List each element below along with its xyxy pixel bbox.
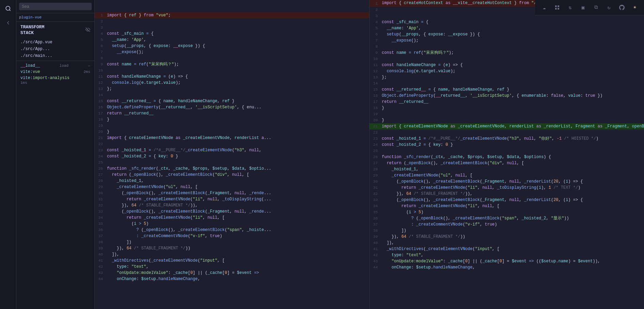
code-line-left-29: 29 _createElementVNode("ul", null, [ [95, 184, 369, 190]
code-line-left-34: 34 return _createElementVNode("li", null… [95, 215, 369, 221]
right-code-content: 1 import { createHotContext as __vite__c… [370, 0, 644, 271]
code-line-right-4: 4 const _sfc_main = { [370, 19, 644, 25]
plugin-import-analysis-header: vite:import-analysis [20, 76, 90, 80]
transform-file-app[interactable]: ./src/App.vue [16, 39, 94, 46]
code-line-left-18: 18 } [95, 117, 369, 123]
code-line-left-39: 39 }), 64 /* STABLE_FRAGMENT */)) [95, 245, 369, 251]
code-line-right-26: 26 function _sfc_render(_ctx, _cache, $p… [370, 154, 644, 160]
plugin-vite-vue-entry[interactable]: vite:vue 2ms [16, 68, 94, 75]
back-icon[interactable] [2, 17, 14, 29]
code-line-left-23: 23 const _hoisted_1 = /*#__PURE__*/_crea… [95, 147, 369, 153]
right-code-panel[interactable]: 1 import { createHotContext as __vite__c… [369, 0, 644, 309]
code-line-right-18: 18 } [370, 105, 644, 111]
plugin-import-analysis-name: vite:import-analysis [20, 76, 69, 80]
code-line-left-26: 26 function _sfc_render(_ctx, _cache, $p… [95, 166, 369, 172]
code-line-right-42: 42 type: "text", [370, 252, 644, 258]
main-content: ☁ ⇅ ▣ ⧉ ↻ ☀ 1 import { ref } from "vue";… [95, 0, 644, 309]
code-line-left-17: 17 return __returned__ [95, 110, 369, 117]
plugin-entries-list: __load__ load — vite:vue 2ms vite:import… [16, 61, 94, 88]
code-line-left-9: 9 const name = ref("呆呆狗吗？"); [95, 61, 369, 67]
code-line-right-29: 29 _createElementVNode("ul", null, [ [370, 172, 644, 179]
code-line-right-30: 30 (_openBlock(), _createElementBlock(_F… [370, 179, 644, 185]
plugin-label: plugin-vue [19, 15, 42, 19]
file-name-app: ./src/App.vue [20, 40, 52, 45]
code-line-right-20: 20 } [370, 117, 644, 123]
plugin-load-header: __load__ load — [20, 63, 90, 68]
code-line-left-8: 8 [95, 55, 369, 61]
code-line-right-8: 8 [370, 44, 644, 50]
file-name-app2: ./src/App... [20, 47, 50, 51]
code-line-right-22: 22 [370, 129, 644, 136]
code-line-left-22: 22 [95, 141, 369, 147]
plugin-load-time: — [88, 64, 90, 68]
transform-stack-title: TRANSFORMSTACK [20, 25, 44, 36]
code-line-left-25: 25 [95, 159, 369, 166]
plugin-vite-vue-header: vite:vue 2ms [20, 69, 90, 74]
code-line-left-4: 4 const _sfc_main = { [95, 31, 369, 37]
code-line-right-10: 10 [370, 56, 644, 62]
code-line-left-6: 6 setup(__props, { expose: __expose }) { [95, 43, 369, 49]
code-line-left-11: 11 const handleNameChange = (e) => { [95, 74, 369, 80]
plugin-load-dash: load [60, 64, 68, 68]
activity-bar [0, 0, 16, 309]
code-line-left-2: 2 [95, 18, 369, 25]
transform-stack-section: TRANSFORMSTACK ./src/App.vue ./src/App..… [16, 22, 94, 61]
code-line-left-10: 10 [95, 67, 369, 74]
code-line-right-7: 7 __expose(); [370, 37, 644, 44]
transform-stack-header: TRANSFORMSTACK [16, 22, 94, 39]
code-line-left-28: 28 _hoisted_1, [95, 178, 369, 184]
code-line-left-20: 20 } [95, 129, 369, 135]
code-line-left-3: 3 [95, 25, 369, 31]
code-line-left-32: 32 }), 64 /* STABLE_FRAGMENT */)), [95, 202, 369, 208]
plugin-load-entry[interactable]: __load__ load — [16, 62, 94, 68]
left-code-panel[interactable]: ☁ ⇅ ▣ ⧉ ↻ ☀ 1 import { ref } from "vue";… [95, 0, 369, 309]
code-line-right-9: 9 const name = ref("呆呆狗吗？"); [370, 50, 644, 56]
code-line-right-33: 33 (_openBlock(), _createElementBlock(_F… [370, 197, 644, 203]
plugin-load-name: __load__ [20, 63, 40, 68]
code-line-left-35: 35 (i > 5) [95, 221, 369, 227]
svg-line-1 [9, 10, 10, 11]
transform-files-list: ./src/App.vue ./src/App... ./src/main... [16, 39, 94, 61]
code-line-right-19: 19 [370, 111, 644, 117]
search-input[interactable] [19, 3, 92, 10]
code-line-right-14: 14 [370, 80, 644, 87]
code-line-right-40: 40 ]), [370, 240, 644, 246]
code-line-left-7: 7 __expose(); [95, 49, 369, 55]
code-line-left-1: 1 import { ref } from "vue"; [95, 12, 369, 18]
code-line-left-12: 12 console.log(e.target.value); [95, 80, 369, 86]
code-line-right-15: 15 const __returned__ = { name, handleNa… [370, 87, 644, 93]
code-line-right-43: 43 "onUpdate:modelValue": _cache[0] || (… [370, 258, 644, 264]
code-line-right-23: 23 const _hoisted_1 = /*#__PURE__*/_crea… [370, 136, 644, 142]
code-line-left-14: 14 [95, 92, 369, 98]
code-line-right-41: 41 _withDirectives(_createElementVNode("… [370, 246, 644, 252]
plugin-import-analysis-entry[interactable]: vite:import-analysis 1ms [16, 75, 94, 86]
code-line-right-44: 44 onChange: $setup.handleNameChange, [370, 264, 644, 271]
code-line-left-41: 41 _withDirectives(_createElementVNode("… [95, 258, 369, 264]
code-line-left-30: 30 (_openBlock(), _createElementBlock(_F… [95, 190, 369, 196]
code-line-left-36: 36 ? (_openBlock(), _createElementBlock(… [95, 227, 369, 233]
plugin-vite-vue-name: vite:vue [20, 69, 40, 74]
code-line-right-31: 31 return _createElementVNode("li", null… [370, 185, 644, 191]
code-line-left-38: 38 ]) [95, 239, 369, 245]
code-line-left-19: 19 [95, 123, 369, 129]
hide-icon[interactable] [85, 27, 90, 33]
code-line-right-11: 11 const handleNameChange = (e) => { [370, 62, 644, 68]
code-line-right-25: 25 [370, 148, 644, 154]
code-line-left-40: 40 ]), [95, 251, 369, 258]
code-line-right-32: 32 }), 64 /* STABLE_FRAGMENT */)), [370, 191, 644, 197]
code-line-right-35: 35 (i > 5) [370, 209, 644, 215]
code-line-left-5: 5 __name: 'App', [95, 37, 369, 43]
transform-file-main[interactable]: ./src/main... [16, 52, 94, 59]
code-line-right-24: 24 const _hoisted_2 = { key: 0 } [370, 142, 644, 148]
svg-point-0 [6, 6, 10, 10]
code-line-left-44: 44 onChange: $setup.handleNameChange, [95, 276, 369, 282]
code-line-left-42: 42 type: "text", [95, 264, 369, 270]
code-line-right-6: 6 setup(__props, { expose: __expose }) { [370, 31, 644, 37]
transform-file-app2[interactable]: ./src/App... [16, 46, 94, 52]
code-line-left-33: 33 (_openBlock(), _createElementBlock(_F… [95, 208, 369, 215]
code-line-right-28: 28 _hoisted_1, [370, 166, 644, 172]
code-line-right-34: 34 return _createElementVNode("li", null… [370, 203, 644, 209]
search-icon[interactable] [2, 3, 14, 14]
code-line-left-21: 21 import { createElementVNode as _creat… [95, 135, 369, 141]
code-line-left-31: 31 return _createElementVNode("li", null… [95, 196, 369, 202]
